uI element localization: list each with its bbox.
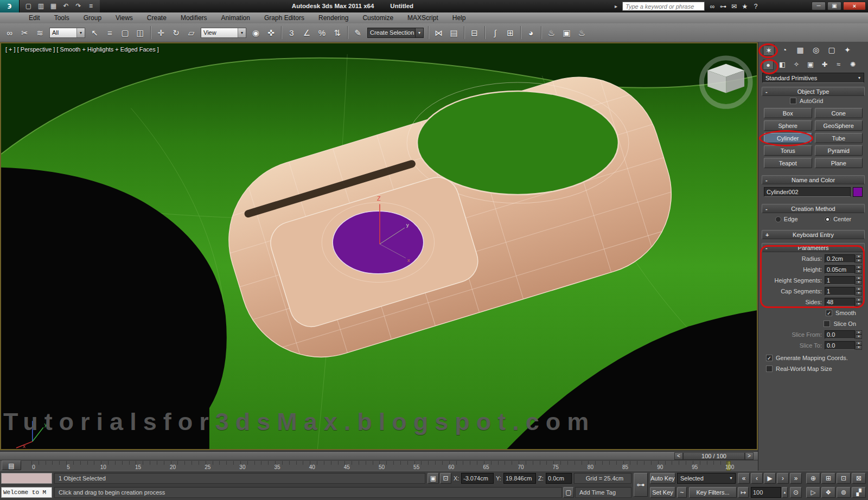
default-tangent-icon[interactable]: ~ — [677, 487, 687, 498]
communication-center-icon[interactable]: ✉ — [729, 2, 739, 11]
key-filters-button[interactable]: Key Filters... — [689, 487, 737, 498]
open-file-icon[interactable]: ▥ — [35, 1, 47, 11]
object-type-rollout-header[interactable]: - Object Type — [762, 87, 865, 96]
spinner-up-icon[interactable]: ▴ — [856, 265, 862, 270]
object-type-box-button[interactable]: Box — [764, 108, 812, 118]
spinner[interactable]: ▴▾ — [856, 276, 862, 285]
spinner-up-icon[interactable]: ▴ — [856, 341, 862, 345]
systems-icon[interactable]: ✺ — [847, 60, 858, 70]
maximize-viewport-toggle-icon[interactable]: ▞ — [852, 487, 866, 498]
save-file-icon[interactable]: ▦ — [48, 1, 59, 11]
previous-frame-icon[interactable]: ‹ — [751, 473, 763, 484]
edit-named-selection-sets-icon[interactable]: ✎ — [351, 26, 365, 40]
spinner-down-icon[interactable]: ▾ — [856, 280, 862, 285]
chevron-down-icon[interactable]: ▾ — [855, 75, 864, 80]
object-type-geosphere-button[interactable]: GeoSphere — [815, 120, 863, 131]
object-type-plane-button[interactable]: Plane — [815, 158, 863, 168]
rectangular-selection-region-icon[interactable]: ▢ — [118, 26, 132, 40]
space-warps-icon[interactable]: ≈ — [833, 60, 844, 70]
current-frame-field[interactable] — [751, 487, 781, 498]
search-binoculars-icon[interactable]: ∞ — [707, 2, 718, 11]
perspective-viewport[interactable]: Z y x y x [ + ] [ Perspective ] [ Smooth… — [0, 42, 758, 450]
coord-x-field[interactable] — [461, 473, 494, 484]
spinner-down-icon[interactable]: ▾ — [856, 335, 862, 339]
project-folder-icon[interactable]: ≡ — [85, 1, 97, 11]
menu-item-create[interactable]: Create — [140, 12, 174, 23]
use-pivot-point-center-icon[interactable]: ◉ — [249, 26, 263, 40]
cylinder-rivet-object[interactable] — [333, 211, 424, 273]
param-field-sides-[interactable] — [825, 298, 855, 306]
keyboard-entry-rollout-header[interactable]: + Keyboard Entry — [762, 230, 865, 239]
object-type-cylinder-button[interactable]: Cylinder — [764, 133, 812, 143]
spinner-icon[interactable]: ▴ — [782, 487, 788, 498]
snaps-toggle-icon[interactable]: 3 — [285, 26, 298, 40]
orbit-icon[interactable]: ⊚ — [837, 487, 851, 498]
time-slider-track[interactable]: < 100 / 100 > — [0, 451, 758, 460]
spinner-up-icon[interactable]: ▴ — [856, 298, 862, 302]
chevron-down-icon[interactable]: ▾ — [415, 28, 423, 37]
object-type-cone-button[interactable]: Cone — [815, 108, 863, 118]
zoom-extents-icon[interactable]: ⊡ — [837, 473, 851, 484]
select-and-scale-icon[interactable]: ▱ — [184, 26, 198, 40]
select-and-link-icon[interactable]: ∞ — [3, 26, 16, 40]
material-editor-icon[interactable]: ◕ — [524, 26, 538, 40]
app-logo-icon[interactable]: ϶ — [0, 0, 20, 12]
spinner-down-icon[interactable]: ▾ — [856, 259, 862, 263]
lights-icon[interactable]: ✧ — [791, 60, 802, 70]
spinner[interactable]: ▴▾ — [856, 265, 862, 274]
select-by-name-icon[interactable]: ≡ — [103, 26, 117, 40]
go-to-start-icon[interactable]: « — [738, 473, 750, 484]
spinner[interactable]: ▴▾ — [856, 330, 862, 339]
selection-filter-dropdown[interactable]: All▾ — [49, 28, 85, 38]
smooth-checkbox[interactable]: ✓ — [826, 310, 832, 316]
coord-y-field[interactable] — [503, 473, 536, 484]
creation-method-rollout-header[interactable]: - Creation Method — [762, 204, 865, 213]
next-frame-arrow-icon[interactable]: > — [745, 452, 754, 460]
chevron-down-icon[interactable]: ▾ — [76, 28, 85, 37]
hierarchy-tab-icon[interactable]: ▦ — [794, 44, 806, 56]
center-radio[interactable]: Center — [825, 216, 851, 222]
schematic-view-icon[interactable]: ⊞ — [503, 26, 517, 40]
maxscript-mini-listener[interactable]: Welcome to M — [1, 487, 52, 498]
zoom-icon[interactable]: ⊕ — [806, 473, 820, 484]
close-button[interactable]: × — [843, 2, 866, 10]
geometry-icon[interactable]: ● — [763, 60, 774, 70]
unlink-selection-icon[interactable]: ✂ — [18, 26, 31, 40]
graph-editors-icon[interactable]: ∫ — [488, 26, 502, 40]
modify-tab-icon[interactable]: ◔ — [778, 44, 790, 56]
menu-item-views[interactable]: Views — [108, 12, 140, 23]
rendered-frame-window-icon[interactable]: ▣ — [560, 26, 573, 40]
edge-radio[interactable]: Edge — [775, 216, 798, 222]
spinner-down-icon[interactable]: ▾ — [856, 302, 862, 306]
menu-item-animation[interactable]: Animation — [214, 12, 257, 23]
track-bar-ruler[interactable]: 0510152025303540455055606570758085909510… — [0, 460, 758, 471]
pan-icon[interactable]: ❖ — [821, 487, 835, 498]
help-icon[interactable]: ? — [750, 2, 761, 11]
select-and-rotate-icon[interactable]: ↻ — [169, 26, 183, 40]
previous-frame-arrow-icon[interactable]: < — [674, 452, 683, 460]
time-slider-label[interactable]: 100 / 100 — [683, 452, 745, 460]
object-type-teapot-button[interactable]: Teapot — [764, 158, 812, 168]
spinner-up-icon[interactable]: ▴ — [856, 254, 862, 259]
set-key-button[interactable]: Set Key — [650, 487, 675, 498]
favorites-star-icon[interactable]: ★ — [739, 2, 750, 11]
subscription-key-icon[interactable]: ⊶ — [718, 2, 729, 11]
menu-item-tools[interactable]: Tools — [47, 12, 76, 23]
select-and-move-icon[interactable]: ✛ — [154, 26, 168, 40]
object-type-pyramid-button[interactable]: Pyramid — [815, 145, 863, 156]
undo-icon[interactable]: ↶ — [60, 1, 72, 11]
helpers-icon[interactable]: ✚ — [819, 60, 830, 70]
param-field-slice-from-[interactable] — [825, 330, 855, 339]
object-name-field[interactable] — [764, 187, 851, 197]
param-field-height-segments-[interactable] — [825, 276, 855, 285]
menu-item-edit[interactable]: Edit — [22, 12, 47, 23]
spinner[interactable]: ▴▾ — [856, 287, 862, 296]
chevron-down-icon[interactable]: ▾ — [727, 473, 735, 483]
key-mode-toggle-icon[interactable]: ↦ — [738, 487, 749, 498]
autogrid-checkbox[interactable] — [790, 98, 796, 104]
spinner-snap-icon[interactable]: ⇅ — [330, 26, 344, 40]
slice-on-checkbox[interactable] — [824, 320, 830, 327]
select-and-manipulate-icon[interactable]: ✜ — [264, 26, 278, 40]
create-tab-icon[interactable]: ✶ — [763, 44, 775, 56]
coord-z-field[interactable] — [546, 473, 572, 484]
